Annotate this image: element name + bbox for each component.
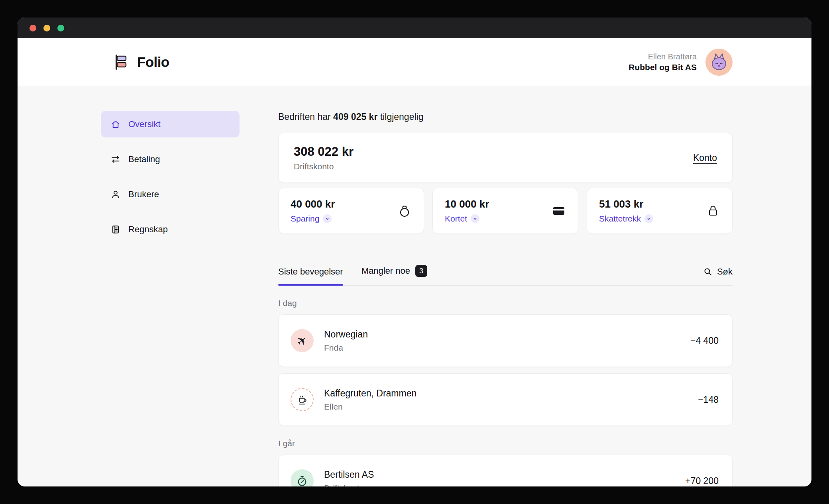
lock-icon — [706, 204, 720, 218]
konto-link[interactable]: Konto — [693, 153, 717, 163]
user-icon — [110, 189, 121, 200]
zoom-button[interactable] — [57, 25, 64, 31]
folio-logo-icon — [112, 53, 130, 71]
transaction-subtitle: Frida — [324, 343, 368, 353]
search-icon — [703, 267, 713, 277]
available-amount: 409 025 kr — [333, 112, 377, 122]
main-content: Bedriften har 409 025 kr tilgjengelig 30… — [278, 86, 733, 486]
home-icon — [110, 119, 121, 129]
tab-label: Siste bevegelser — [278, 267, 343, 277]
transaction-amount: −4 400 — [690, 335, 719, 346]
transaction-subtitle: Driftskonto — [324, 483, 374, 487]
search-button[interactable]: Søk — [703, 267, 733, 285]
primary-account-name: Driftskonto — [294, 162, 354, 171]
sub-account-amount: 10 000 kr — [445, 198, 489, 210]
stopwatch-icon — [291, 469, 314, 486]
sub-account-label: Kortet — [445, 214, 467, 224]
tab-badge: 3 — [415, 265, 427, 277]
transaction-subtitle: Ellen — [324, 402, 416, 412]
transaction-name: Bertilsen AS — [324, 469, 374, 480]
available-balance-headline: Bedriften har 409 025 kr tilgjengelig — [278, 112, 733, 122]
transfer-icon — [110, 154, 121, 165]
titlebar — [18, 18, 811, 38]
transaction-row-kaffegruten[interactable]: Kaffegruten, Drammen Ellen −148 — [278, 373, 733, 426]
skattetrekk-dropdown[interactable]: Skattetrekk — [599, 214, 653, 224]
transaction-amount: +70 200 — [685, 476, 719, 486]
chevron-down-icon — [471, 214, 479, 223]
minimize-button[interactable] — [43, 25, 50, 31]
user-name: Ellen Brattøra — [629, 52, 697, 61]
close-button[interactable] — [29, 25, 36, 31]
airplane-icon: ✈ — [291, 329, 314, 352]
sidebar-item-brukere[interactable]: Brukere — [101, 181, 240, 208]
sub-account-amount: 51 003 kr — [599, 198, 653, 210]
sidebar-item-regnskap[interactable]: Regnskap — [101, 216, 240, 243]
transaction-name: Norwegian — [324, 329, 368, 340]
avatar[interactable] — [705, 49, 733, 76]
app-name: Folio — [137, 54, 169, 70]
sidebar-item-label: Regnskap — [128, 224, 168, 235]
cat-avatar-icon — [709, 52, 729, 73]
sidebar-item-betaling[interactable]: Betaling — [101, 146, 240, 173]
sidebar-item-label: Oversikt — [128, 119, 161, 129]
sidebar: Oversikt Betaling Bruker — [101, 111, 240, 251]
sidebar-item-label: Betaling — [128, 154, 160, 165]
transaction-amount: −148 — [698, 394, 719, 405]
sub-account-card-skattetrekk: 51 003 kr Skattetrekk — [587, 188, 733, 234]
sub-account-card-kortet: 10 000 kr Kortet — [432, 188, 578, 234]
transactions-tabbar: Siste bevegelser Mangler noe 3 Søk — [278, 263, 733, 286]
tab-mangler-noe[interactable]: Mangler noe 3 — [361, 265, 427, 285]
transaction-name: Kaffegruten, Drammen — [324, 388, 416, 399]
purse-icon — [397, 204, 412, 218]
section-label-today: I dag — [278, 298, 733, 308]
sparing-dropdown[interactable]: Sparing — [291, 214, 335, 224]
transaction-row-bertilsen[interactable]: Bertilsen AS Driftskonto +70 200 — [278, 455, 733, 486]
account-meta: Ellen Brattøra Rubbel og Bit AS — [629, 52, 697, 72]
app-header: Folio Ellen Brattøra Rubbel og Bit AS — [18, 38, 811, 86]
kortet-dropdown[interactable]: Kortet — [445, 214, 489, 224]
tab-siste-bevegelser[interactable]: Siste bevegelser — [278, 267, 343, 285]
chevron-down-icon — [644, 214, 653, 223]
section-label-yesterday: I går — [278, 439, 733, 448]
app-window: Folio Ellen Brattøra Rubbel og Bit AS — [18, 18, 811, 486]
search-label: Søk — [717, 267, 733, 277]
tab-label: Mangler noe — [361, 266, 410, 276]
sub-account-amount: 40 000 kr — [291, 198, 335, 210]
card-icon — [552, 204, 566, 218]
app-logo: Folio — [112, 53, 169, 71]
sidebar-item-oversikt[interactable]: Oversikt — [101, 111, 240, 137]
sub-account-label: Sparing — [291, 214, 319, 224]
sub-account-card-sparing: 40 000 kr Sparing — [278, 188, 424, 234]
chevron-down-icon — [323, 214, 332, 223]
ledger-icon — [110, 224, 121, 235]
coffee-icon — [291, 388, 314, 411]
company-name: Rubbel og Bit AS — [629, 63, 697, 72]
sidebar-item-label: Brukere — [128, 189, 159, 200]
primary-account-amount: 308 022 kr — [294, 145, 354, 159]
sub-account-label: Skattetrekk — [599, 214, 641, 224]
transaction-row-norwegian[interactable]: ✈ Norwegian Frida −4 400 — [278, 314, 733, 367]
primary-account-card: 308 022 kr Driftskonto Konto — [278, 133, 733, 183]
